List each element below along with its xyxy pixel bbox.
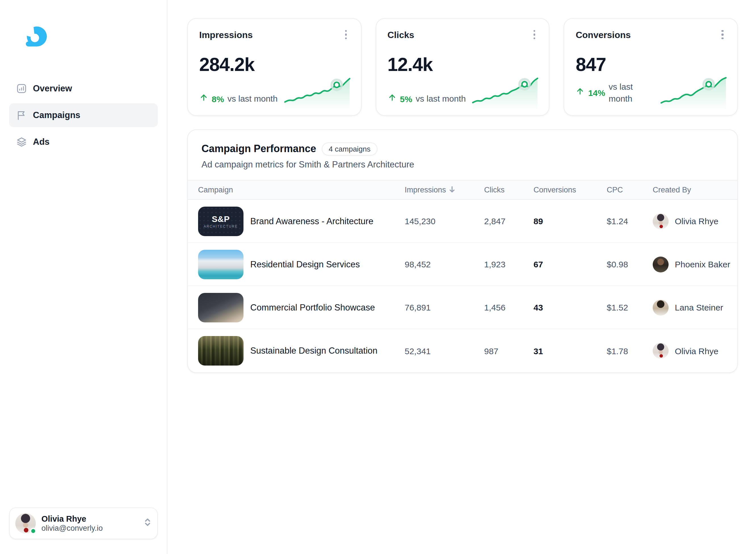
clicks-cell: 1,923 [484, 260, 533, 269]
table-row[interactable]: Sustainable Design Consultation 52,341 9… [188, 329, 737, 372]
campaign-thumbnail [198, 336, 243, 366]
chevron-up-down-icon [143, 518, 152, 529]
table-header-row: Campaign Impressions Clicks Conversions … [188, 180, 737, 200]
change-label: vs last month [609, 80, 643, 105]
arrow-up-icon [576, 87, 585, 99]
cpc-cell: $1.78 [607, 346, 653, 355]
sidebar: Overview Campaigns Ads Olivia Rhye [0, 0, 167, 554]
creator-name: Phoenix Baker [675, 260, 730, 269]
kebab-menu-button[interactable] [716, 28, 729, 42]
stat-card-change: 8% vs last month [199, 93, 278, 105]
creator-avatar [653, 343, 668, 359]
column-header-cpc[interactable]: CPC [607, 185, 653, 194]
creator-avatar [653, 299, 668, 315]
stat-card-change: 14% vs last month [576, 80, 643, 105]
created-by-cell: Lana Steiner [653, 299, 737, 315]
created-by-cell: Phoenix Baker [653, 256, 737, 272]
table-row[interactable]: S&P ARCHITECTURE Brand Awareness - Archi… [188, 200, 737, 243]
app-root: Overview Campaigns Ads Olivia Rhye [0, 0, 756, 554]
sparkline-chart [472, 74, 539, 111]
cpc-cell: $1.24 [607, 216, 653, 226]
stat-card-clicks: Clicks 12.4k 5% vs last month [375, 18, 549, 116]
logo-swoosh-icon [24, 25, 49, 50]
user-email: olivia@converly.io [42, 524, 138, 533]
sparkline-chart [284, 74, 350, 111]
created-by-cell: Olivia Rhye [653, 343, 737, 359]
column-header-campaign[interactable]: Campaign [188, 185, 405, 194]
change-percent: 5% [400, 94, 412, 104]
campaign-name: Sustainable Design Consultation [250, 346, 377, 356]
campaign-thumbnail [198, 250, 243, 279]
change-label: vs last month [227, 93, 278, 105]
stat-card-value: 284.2k [199, 54, 349, 75]
column-header-clicks[interactable]: Clicks [484, 185, 533, 194]
stat-card-value: 847 [576, 54, 726, 75]
cpc-cell: $0.98 [607, 260, 653, 269]
app-logo[interactable] [24, 25, 49, 48]
campaign-count-badge: 4 campaigns [322, 143, 377, 156]
table-row[interactable]: Commercial Portfolio Showcase 76,891 1,4… [188, 286, 737, 329]
sparkline-chart [660, 74, 727, 111]
bar-chart-square-icon [16, 83, 27, 94]
arrow-up-icon [387, 93, 397, 104]
conversions-cell: 43 [533, 302, 607, 312]
stat-card-value: 12.4k [387, 54, 537, 75]
campaign-name: Residential Design Services [250, 259, 360, 269]
stat-card-title: Impressions [199, 30, 349, 40]
panel-subtitle: Ad campaign metrics for Smith & Partners… [201, 160, 724, 170]
flag-icon [16, 110, 27, 121]
sidebar-item-ads[interactable]: Ads [9, 130, 158, 154]
panel-title: Campaign Performance [201, 143, 316, 155]
kebab-menu-button[interactable] [339, 28, 353, 42]
sidebar-item-label: Ads [33, 137, 50, 147]
main-content: Impressions 284.2k 8% vs last month Clic… [167, 0, 756, 554]
campaign-name: Brand Awareness - Architecture [250, 216, 373, 226]
kebab-menu-button[interactable] [528, 28, 541, 42]
creator-name: Olivia Rhye [675, 346, 718, 355]
change-label: vs last month [416, 93, 466, 105]
cpc-cell: $1.52 [607, 302, 653, 312]
stat-card-conversions: Conversions 847 14% vs last month [564, 18, 738, 116]
creator-name: Lana Steiner [675, 302, 723, 312]
sidebar-item-label: Overview [33, 84, 72, 94]
creator-avatar [653, 213, 668, 229]
column-header-conversions[interactable]: Conversions [533, 185, 607, 194]
user-name: Olivia Rhye [42, 514, 138, 523]
sidebar-nav: Overview Campaigns Ads [0, 74, 167, 507]
thumbnail-logo-text: S&P [212, 214, 230, 223]
sort-arrow-down-icon [448, 185, 456, 195]
column-header-created-by[interactable]: Created By [653, 185, 737, 194]
impressions-cell: 145,230 [405, 216, 484, 226]
column-header-impressions[interactable]: Impressions [405, 185, 484, 195]
change-percent: 14% [588, 88, 605, 98]
panel-header: Campaign Performance 4 campaigns Ad camp… [188, 130, 737, 180]
campaign-performance-panel: Campaign Performance 4 campaigns Ad camp… [187, 129, 738, 373]
creator-avatar [653, 256, 668, 272]
clicks-cell: 1,456 [484, 302, 533, 312]
stat-card-title: Clicks [387, 30, 537, 40]
creator-name: Olivia Rhye [675, 216, 718, 226]
created-by-cell: Olivia Rhye [653, 213, 737, 229]
table-row[interactable]: Residential Design Services 98,452 1,923… [188, 243, 737, 286]
layers-icon [16, 136, 27, 148]
impressions-cell: 52,341 [405, 346, 484, 355]
user-profile-card[interactable]: Olivia Rhye olivia@converly.io [9, 507, 158, 539]
stat-card-title: Conversions [576, 30, 726, 40]
sidebar-item-label: Campaigns [33, 110, 80, 120]
clicks-cell: 2,847 [484, 216, 533, 226]
stat-card-impressions: Impressions 284.2k 8% vs last month [187, 18, 361, 116]
change-percent: 8% [212, 94, 224, 104]
impressions-cell: 76,891 [405, 302, 484, 312]
stat-card-change: 5% vs last month [387, 93, 466, 105]
sidebar-item-overview[interactable]: Overview [9, 77, 158, 101]
campaign-name: Commercial Portfolio Showcase [250, 302, 375, 313]
user-avatar [15, 513, 36, 534]
sidebar-item-campaigns[interactable]: Campaigns [9, 103, 158, 127]
clicks-cell: 987 [484, 346, 533, 355]
campaign-thumbnail: S&P ARCHITECTURE [198, 206, 243, 236]
conversions-cell: 31 [533, 346, 607, 355]
impressions-cell: 98,452 [405, 260, 484, 269]
stat-cards-row: Impressions 284.2k 8% vs last month Clic… [187, 18, 738, 116]
campaign-thumbnail [198, 293, 243, 322]
conversions-cell: 89 [533, 216, 607, 226]
